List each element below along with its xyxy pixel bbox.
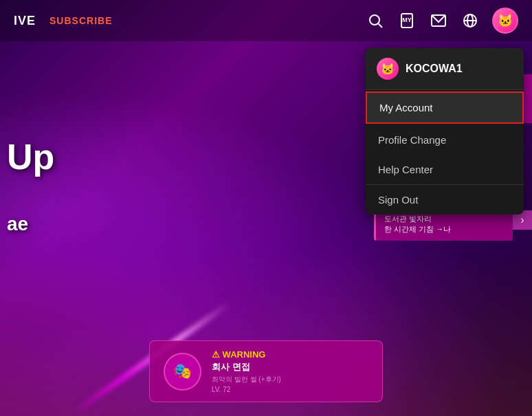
svg-line-1	[379, 24, 383, 28]
user-dropdown-menu: 🐱 KOCOWA1 My Account Profile Change Help…	[366, 48, 524, 215]
user-avatar-button[interactable]: 🐱	[492, 8, 518, 34]
bottom-card-title: 회사 면접	[212, 361, 368, 373]
svg-point-0	[370, 15, 379, 25]
nav-right: MY 🐱	[366, 8, 518, 34]
subscribe-button[interactable]: SUBSCRIBE	[49, 15, 112, 26]
bottom-card-subtitle: 최악의 빌런 썰 (+후기)	[212, 375, 368, 384]
hero-text-line2: ae	[0, 213, 28, 235]
dropdown-avatar: 🐱	[377, 58, 399, 80]
nav-left: IVE SUBSCRIBE	[14, 14, 112, 28]
search-icon[interactable]	[366, 11, 385, 30]
nav-live-label: IVE	[14, 14, 36, 28]
profile-change-menu-item[interactable]: Profile Change	[366, 125, 524, 155]
bottom-card-content: ⚠ WARNING 회사 면접 최악의 빌런 썰 (+후기) LV. 72	[212, 349, 368, 393]
bottom-card-icon: 🎭	[164, 353, 201, 391]
bottom-card-warning-label: ⚠ WARNING	[212, 349, 368, 360]
dropdown-header: 🐱 KOCOWA1	[366, 48, 524, 90]
navbar: IVE SUBSCRIBE MY	[0, 0, 532, 41]
bottom-card-level: LV. 72	[212, 386, 368, 393]
hero-text-line1: Up	[0, 138, 54, 177]
help-center-menu-item[interactable]: Help Center	[366, 155, 524, 184]
globe-icon[interactable]	[461, 11, 480, 30]
middle-card-text: 도서관 빛자리 한 시간제 기침 →나	[384, 214, 505, 235]
bottom-card: 🎭 ⚠ WARNING 회사 면접 최악의 빌런 썰 (+후기) LV. 72	[149, 340, 383, 402]
mail-icon[interactable]	[429, 11, 448, 30]
sign-out-menu-item[interactable]: Sign Out	[366, 185, 524, 215]
my-account-menu-item[interactable]: My Account	[366, 91, 524, 124]
dropdown-username: KOCOWA1	[406, 63, 463, 75]
svg-text:MY: MY	[402, 17, 412, 23]
bookmark-icon[interactable]: MY	[397, 11, 417, 30]
